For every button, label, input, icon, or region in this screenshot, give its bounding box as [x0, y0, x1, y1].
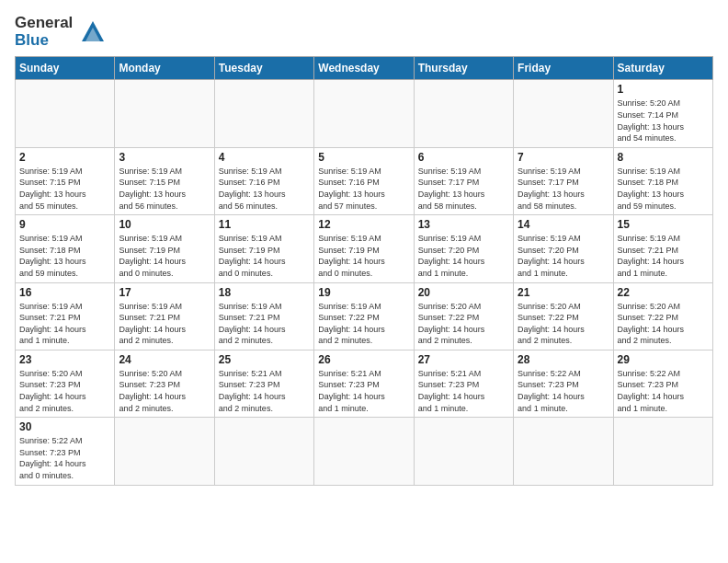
- day-header-thursday: Thursday: [414, 57, 513, 80]
- calendar-cell: 29Sunrise: 5:22 AM Sunset: 7:23 PM Dayli…: [613, 350, 712, 417]
- day-number: 2: [19, 151, 110, 164]
- day-info: Sunrise: 5:20 AM Sunset: 7:22 PM Dayligh…: [518, 301, 609, 347]
- day-number: 25: [219, 353, 310, 366]
- day-info: Sunrise: 5:19 AM Sunset: 7:16 PM Dayligh…: [219, 166, 310, 212]
- day-info: Sunrise: 5:19 AM Sunset: 7:18 PM Dayligh…: [19, 233, 110, 279]
- calendar-cell: [414, 80, 513, 147]
- day-number: 16: [19, 286, 110, 299]
- day-info: Sunrise: 5:19 AM Sunset: 7:15 PM Dayligh…: [119, 166, 210, 212]
- day-info: Sunrise: 5:21 AM Sunset: 7:23 PM Dayligh…: [318, 368, 409, 414]
- calendar-cell: 10Sunrise: 5:19 AM Sunset: 7:19 PM Dayli…: [115, 215, 214, 282]
- calendar-cell: 24Sunrise: 5:20 AM Sunset: 7:23 PM Dayli…: [115, 350, 214, 417]
- calendar-cell: 8Sunrise: 5:19 AM Sunset: 7:18 PM Daylig…: [613, 147, 712, 214]
- calendar-cell: 6Sunrise: 5:19 AM Sunset: 7:17 PM Daylig…: [414, 147, 513, 214]
- day-number: 20: [418, 286, 509, 299]
- day-number: 22: [618, 286, 709, 299]
- logo-triangle-icon: [80, 19, 106, 45]
- day-info: Sunrise: 5:19 AM Sunset: 7:18 PM Dayligh…: [618, 166, 709, 212]
- calendar-week-row: 9Sunrise: 5:19 AM Sunset: 7:18 PM Daylig…: [16, 215, 713, 282]
- calendar-cell: 13Sunrise: 5:19 AM Sunset: 7:20 PM Dayli…: [414, 215, 513, 282]
- calendar-cell: [514, 418, 613, 485]
- day-number: 9: [19, 218, 110, 231]
- day-info: Sunrise: 5:19 AM Sunset: 7:15 PM Dayligh…: [19, 166, 110, 212]
- calendar-cell: 21Sunrise: 5:20 AM Sunset: 7:22 PM Dayli…: [514, 282, 613, 350]
- calendar-cell: 5Sunrise: 5:19 AM Sunset: 7:16 PM Daylig…: [314, 147, 414, 214]
- day-number: 19: [318, 286, 409, 299]
- day-info: Sunrise: 5:20 AM Sunset: 7:22 PM Dayligh…: [418, 301, 509, 347]
- day-number: 6: [418, 151, 509, 164]
- day-info: Sunrise: 5:21 AM Sunset: 7:23 PM Dayligh…: [219, 368, 310, 414]
- calendar-cell: 23Sunrise: 5:20 AM Sunset: 7:23 PM Dayli…: [16, 350, 115, 417]
- calendar-cell: 19Sunrise: 5:19 AM Sunset: 7:22 PM Dayli…: [314, 282, 414, 350]
- logo: General Blue: [15, 15, 106, 49]
- calendar-cell: 22Sunrise: 5:20 AM Sunset: 7:22 PM Dayli…: [613, 282, 712, 350]
- day-number: 11: [219, 218, 310, 231]
- calendar-cell: 14Sunrise: 5:19 AM Sunset: 7:20 PM Dayli…: [514, 215, 613, 282]
- calendar-cell: 20Sunrise: 5:20 AM Sunset: 7:22 PM Dayli…: [414, 282, 513, 350]
- calendar-week-row: 16Sunrise: 5:19 AM Sunset: 7:21 PM Dayli…: [16, 282, 713, 350]
- day-info: Sunrise: 5:20 AM Sunset: 7:14 PM Dayligh…: [618, 98, 709, 144]
- day-number: 13: [418, 218, 509, 231]
- day-info: Sunrise: 5:19 AM Sunset: 7:21 PM Dayligh…: [119, 301, 210, 347]
- day-header-monday: Monday: [115, 57, 214, 80]
- day-number: 10: [119, 218, 210, 231]
- day-info: Sunrise: 5:20 AM Sunset: 7:23 PM Dayligh…: [119, 368, 210, 414]
- calendar-cell: [16, 80, 115, 147]
- calendar-cell: 17Sunrise: 5:19 AM Sunset: 7:21 PM Dayli…: [115, 282, 214, 350]
- day-info: Sunrise: 5:21 AM Sunset: 7:23 PM Dayligh…: [418, 368, 509, 414]
- calendar-cell: 4Sunrise: 5:19 AM Sunset: 7:16 PM Daylig…: [214, 147, 313, 214]
- calendar-week-row: 23Sunrise: 5:20 AM Sunset: 7:23 PM Dayli…: [16, 350, 713, 417]
- logo-blue: Blue: [15, 31, 49, 49]
- calendar-cell: 28Sunrise: 5:22 AM Sunset: 7:23 PM Dayli…: [514, 350, 613, 417]
- calendar-cell: 25Sunrise: 5:21 AM Sunset: 7:23 PM Dayli…: [214, 350, 313, 417]
- calendar-cell: [314, 418, 414, 485]
- calendar-cell: 7Sunrise: 5:19 AM Sunset: 7:17 PM Daylig…: [514, 147, 613, 214]
- day-number: 12: [318, 218, 409, 231]
- day-info: Sunrise: 5:20 AM Sunset: 7:23 PM Dayligh…: [19, 368, 110, 414]
- calendar-cell: [514, 80, 613, 147]
- day-header-wednesday: Wednesday: [314, 57, 414, 80]
- calendar-cell: [115, 80, 214, 147]
- calendar-cell: 18Sunrise: 5:19 AM Sunset: 7:21 PM Dayli…: [214, 282, 313, 350]
- calendar-header-row: SundayMondayTuesdayWednesdayThursdayFrid…: [16, 57, 713, 80]
- day-info: Sunrise: 5:19 AM Sunset: 7:22 PM Dayligh…: [318, 301, 409, 347]
- day-info: Sunrise: 5:19 AM Sunset: 7:19 PM Dayligh…: [219, 233, 310, 279]
- calendar-cell: 27Sunrise: 5:21 AM Sunset: 7:23 PM Dayli…: [414, 350, 513, 417]
- day-number: 4: [219, 151, 310, 164]
- day-info: Sunrise: 5:19 AM Sunset: 7:17 PM Dayligh…: [518, 166, 609, 212]
- day-info: Sunrise: 5:22 AM Sunset: 7:23 PM Dayligh…: [518, 368, 609, 414]
- day-number: 28: [518, 353, 609, 366]
- calendar-table: SundayMondayTuesdayWednesdayThursdayFrid…: [15, 56, 713, 485]
- day-info: Sunrise: 5:19 AM Sunset: 7:21 PM Dayligh…: [219, 301, 310, 347]
- calendar-cell: 12Sunrise: 5:19 AM Sunset: 7:19 PM Dayli…: [314, 215, 414, 282]
- day-header-friday: Friday: [514, 57, 613, 80]
- day-number: 7: [518, 151, 609, 164]
- day-info: Sunrise: 5:20 AM Sunset: 7:22 PM Dayligh…: [618, 301, 709, 347]
- calendar-cell: [214, 80, 313, 147]
- day-header-saturday: Saturday: [613, 57, 712, 80]
- day-number: 29: [618, 353, 709, 366]
- day-header-sunday: Sunday: [16, 57, 115, 80]
- calendar-cell: 3Sunrise: 5:19 AM Sunset: 7:15 PM Daylig…: [115, 147, 214, 214]
- calendar-week-row: 2Sunrise: 5:19 AM Sunset: 7:15 PM Daylig…: [16, 147, 713, 214]
- day-info: Sunrise: 5:19 AM Sunset: 7:20 PM Dayligh…: [518, 233, 609, 279]
- day-number: 15: [618, 218, 709, 231]
- day-header-tuesday: Tuesday: [214, 57, 313, 80]
- day-info: Sunrise: 5:19 AM Sunset: 7:19 PM Dayligh…: [318, 233, 409, 279]
- day-info: Sunrise: 5:22 AM Sunset: 7:23 PM Dayligh…: [19, 435, 110, 481]
- calendar-cell: 26Sunrise: 5:21 AM Sunset: 7:23 PM Dayli…: [314, 350, 414, 417]
- calendar-cell: 9Sunrise: 5:19 AM Sunset: 7:18 PM Daylig…: [16, 215, 115, 282]
- calendar-week-row: 1Sunrise: 5:20 AM Sunset: 7:14 PM Daylig…: [16, 80, 713, 147]
- day-number: 26: [318, 353, 409, 366]
- calendar-cell: 11Sunrise: 5:19 AM Sunset: 7:19 PM Dayli…: [214, 215, 313, 282]
- day-number: 5: [318, 151, 409, 164]
- day-info: Sunrise: 5:19 AM Sunset: 7:21 PM Dayligh…: [618, 233, 709, 279]
- day-info: Sunrise: 5:22 AM Sunset: 7:23 PM Dayligh…: [618, 368, 709, 414]
- day-number: 3: [119, 151, 210, 164]
- calendar-cell: 30Sunrise: 5:22 AM Sunset: 7:23 PM Dayli…: [16, 418, 115, 485]
- day-info: Sunrise: 5:19 AM Sunset: 7:21 PM Dayligh…: [19, 301, 110, 347]
- day-info: Sunrise: 5:19 AM Sunset: 7:20 PM Dayligh…: [418, 233, 509, 279]
- day-info: Sunrise: 5:19 AM Sunset: 7:17 PM Dayligh…: [418, 166, 509, 212]
- calendar-cell: [115, 418, 214, 485]
- calendar-week-row: 30Sunrise: 5:22 AM Sunset: 7:23 PM Dayli…: [16, 418, 713, 485]
